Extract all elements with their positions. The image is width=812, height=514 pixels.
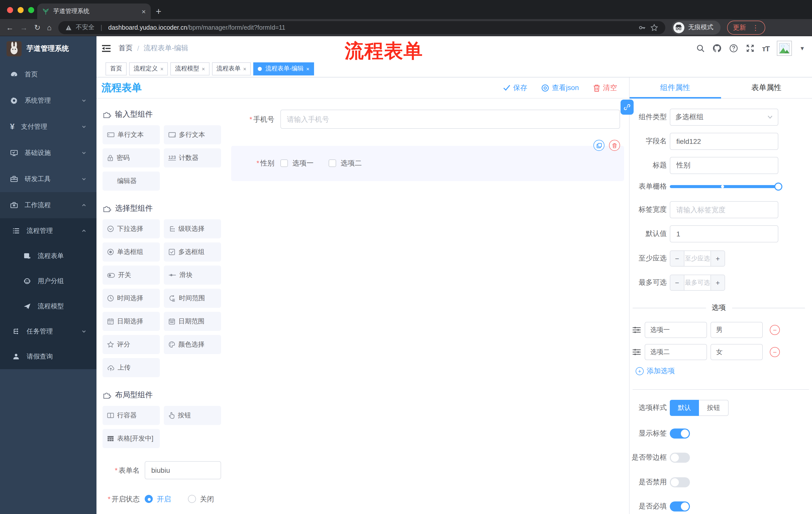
view-json-button[interactable]: 查看json bbox=[542, 83, 579, 92]
palette-item-row-container[interactable]: 行容器 bbox=[103, 406, 160, 425]
palette-item-cascader[interactable]: 级联选择 bbox=[164, 219, 221, 238]
copy-component-button[interactable] bbox=[593, 140, 605, 151]
palette-item-time-picker[interactable]: 时间选择 bbox=[103, 289, 160, 308]
canvas-field-gender-selected[interactable]: *性别 选项一 选项二 bbox=[231, 146, 624, 181]
minimize-window-button[interactable] bbox=[18, 7, 24, 13]
search-icon[interactable] bbox=[696, 44, 705, 53]
fullscreen-icon[interactable] bbox=[746, 44, 754, 53]
clear-button[interactable]: 清空 bbox=[593, 83, 617, 92]
min-select-input[interactable] bbox=[685, 251, 710, 266]
status-off-label[interactable]: 关闭 bbox=[200, 490, 214, 508]
github-icon[interactable] bbox=[712, 44, 721, 53]
save-button[interactable]: 保存 bbox=[503, 83, 527, 92]
canvas-field-phone[interactable]: *手机号 bbox=[235, 110, 620, 129]
sidebar-item-infra[interactable]: 基础设施 bbox=[0, 140, 96, 166]
tab-component-props[interactable]: 组件属性 bbox=[630, 77, 721, 98]
tab-close-icon[interactable]: × bbox=[142, 7, 146, 15]
decrease-button[interactable]: − bbox=[670, 275, 685, 290]
slider-knob[interactable] bbox=[774, 183, 782, 191]
add-option-button[interactable]: + 添加选项 bbox=[636, 367, 812, 376]
avatar-caret-icon[interactable]: ▼ bbox=[800, 45, 805, 51]
sidebar-item-system[interactable]: 系统管理 bbox=[0, 87, 96, 114]
palette-item-date-picker[interactable]: 日期选择 bbox=[103, 312, 160, 331]
border-toggle[interactable] bbox=[670, 453, 690, 463]
update-label[interactable]: 更新 bbox=[733, 23, 746, 32]
status-on-label[interactable]: 开启 bbox=[157, 490, 171, 508]
field-name-input[interactable] bbox=[670, 133, 778, 150]
help-icon[interactable] bbox=[729, 44, 738, 53]
tag-process-form-edit[interactable]: 流程表单-编辑× bbox=[254, 62, 314, 75]
browser-tab[interactable]: 芋道管理系统 × bbox=[37, 3, 151, 19]
palette-item-rate[interactable]: 评分 bbox=[103, 335, 160, 354]
decrease-button[interactable]: − bbox=[670, 251, 685, 266]
form-name-input[interactable] bbox=[145, 461, 221, 479]
component-type-select[interactable]: 多选框组 bbox=[670, 109, 778, 126]
disabled-toggle[interactable] bbox=[670, 477, 690, 487]
update-button[interactable]: 更新 ⋮ bbox=[727, 20, 765, 34]
checkbox[interactable] bbox=[329, 159, 336, 167]
checkbox[interactable] bbox=[280, 159, 288, 167]
required-toggle[interactable] bbox=[670, 502, 690, 512]
title-input[interactable] bbox=[670, 157, 778, 174]
option-label-input[interactable] bbox=[645, 322, 707, 338]
sidebar-item-workflow[interactable]: 工作流程 bbox=[0, 192, 96, 218]
new-tab-button[interactable]: + bbox=[156, 6, 161, 17]
drag-option-icon[interactable] bbox=[632, 326, 641, 334]
component-link-handle[interactable] bbox=[620, 100, 634, 115]
sidebar-item-process-model[interactable]: 流程模型 bbox=[0, 294, 96, 319]
show-label-toggle[interactable] bbox=[670, 429, 690, 438]
sidebar-item-task-mgmt[interactable]: 任务管理 bbox=[0, 319, 96, 344]
palette-item-date-range[interactable]: 日期范围 bbox=[164, 312, 221, 331]
palette-item-slider[interactable]: 滑块 bbox=[164, 266, 221, 285]
tag-close-icon[interactable]: × bbox=[306, 65, 310, 72]
style-default-button[interactable]: 默认 bbox=[670, 400, 699, 416]
sidebar-item-home[interactable]: 首页 bbox=[0, 61, 96, 87]
sidebar-item-process-mgmt[interactable]: 流程管理 bbox=[0, 218, 96, 243]
palette-item-switch[interactable]: 开关 bbox=[103, 266, 160, 285]
palette-item-button[interactable]: 按钮 bbox=[164, 406, 221, 425]
back-icon[interactable]: ← bbox=[6, 23, 13, 32]
palette-item-checkbox-group[interactable]: 多选框组 bbox=[164, 242, 221, 262]
option-value-input[interactable] bbox=[710, 344, 763, 360]
tab-form-props[interactable]: 表单属性 bbox=[721, 77, 812, 98]
sidebar-item-devtools[interactable]: 研发工具 bbox=[0, 166, 96, 192]
tag-close-icon[interactable]: × bbox=[202, 65, 205, 72]
tag-close-icon[interactable]: × bbox=[160, 65, 164, 72]
sidebar-item-user-group[interactable]: 用户分组 bbox=[0, 269, 96, 294]
option-value-input[interactable] bbox=[710, 322, 763, 338]
remove-option-button[interactable]: − bbox=[770, 347, 780, 357]
zoom-window-button[interactable] bbox=[28, 7, 34, 13]
palette-item-select[interactable]: 下拉选择 bbox=[103, 219, 160, 238]
grid-slider[interactable] bbox=[670, 183, 778, 191]
forward-icon[interactable]: → bbox=[20, 23, 28, 32]
drag-option-icon[interactable] bbox=[632, 348, 641, 356]
default-value-input[interactable] bbox=[670, 225, 778, 242]
tag-process-model[interactable]: 流程模型× bbox=[171, 62, 209, 75]
palette-item-counter[interactable]: 123 计数器 bbox=[164, 148, 221, 167]
avatar[interactable] bbox=[777, 41, 792, 56]
palette-item-single-text[interactable]: 单行文本 bbox=[103, 125, 160, 144]
increase-button[interactable]: + bbox=[710, 275, 725, 290]
remove-option-button[interactable]: − bbox=[770, 325, 780, 335]
style-button-button[interactable]: 按钮 bbox=[699, 400, 729, 416]
palette-item-color-picker[interactable]: 颜色选择 bbox=[164, 335, 221, 354]
key-icon[interactable] bbox=[638, 23, 646, 31]
hamburger-icon[interactable] bbox=[102, 44, 111, 53]
close-window-button[interactable] bbox=[7, 7, 13, 13]
sidebar-item-process-form[interactable]: 流程表单 bbox=[0, 243, 96, 269]
home-icon[interactable]: ⌂ bbox=[47, 23, 52, 32]
tag-close-icon[interactable]: × bbox=[243, 65, 246, 72]
option-label-input[interactable] bbox=[645, 344, 707, 360]
palette-item-password[interactable]: 密码 bbox=[103, 148, 160, 167]
status-radio-on[interactable] bbox=[145, 495, 153, 503]
palette-item-upload[interactable]: 上传 bbox=[103, 358, 160, 377]
label-width-input[interactable] bbox=[670, 201, 778, 218]
browser-menu-icon[interactable]: ⋮ bbox=[752, 23, 759, 31]
gender-option-1[interactable]: 选项一 bbox=[280, 158, 314, 168]
sidebar-item-leave-query[interactable]: 请假查询 bbox=[0, 344, 96, 369]
reload-icon[interactable]: ↻ bbox=[34, 23, 40, 32]
address-bar[interactable]: 不安全 | dashboard.yudao.iocoder.cn/bpm/man… bbox=[58, 21, 665, 34]
font-size-icon[interactable]: ᴛT bbox=[762, 44, 769, 53]
delete-component-button[interactable] bbox=[609, 140, 620, 151]
sidebar-item-payment[interactable]: ¥ 支付管理 bbox=[0, 114, 96, 140]
